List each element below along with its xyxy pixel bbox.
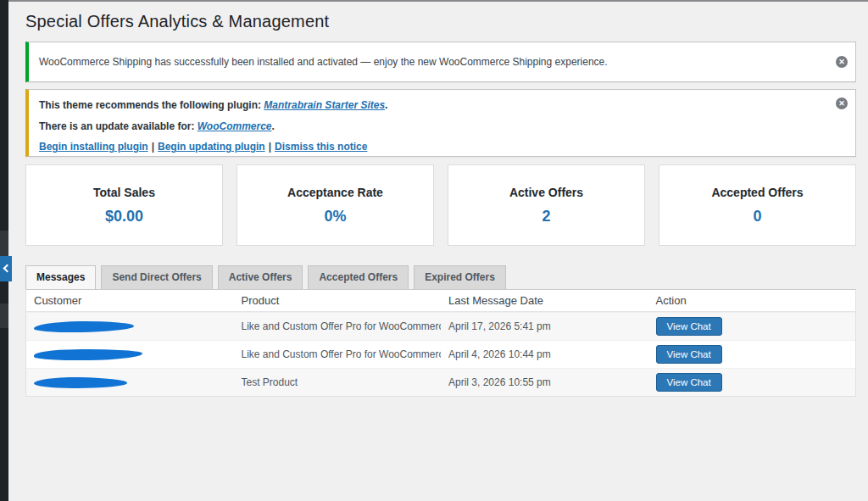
separator: | (269, 141, 271, 153)
action-cell: View Chat (648, 317, 856, 336)
begin-installing-plugin-link[interactable]: Begin installing plugin (39, 141, 148, 153)
stat-card-accepted-offers: Accepted Offers 0 (659, 164, 856, 246)
product-cell: Test Product (234, 376, 442, 388)
stats-row: Total Sales $0.00 Acceptance Rate 0% Act… (25, 164, 856, 246)
notice-line-update: There is an update available for: WooCom… (39, 119, 823, 135)
dismiss-notice-icon[interactable]: ✕ (836, 97, 848, 109)
view-chat-button[interactable]: View Chat (656, 345, 722, 364)
table-header-row: Customer Product Last Message Date Actio… (26, 290, 855, 312)
stat-card-active-offers: Active Offers 2 (448, 164, 645, 246)
collapsed-admin-menu (0, 0, 8, 501)
stat-value: 0% (324, 208, 346, 225)
column-header-last-message-date: Last Message Date (441, 294, 648, 307)
stat-value: $0.00 (105, 208, 143, 225)
admin-menu-item (0, 231, 8, 256)
last-message-date-cell: April 17, 2026 5:41 pm (441, 320, 648, 332)
admin-bar-edge (0, 0, 868, 2)
notice-line-suffix: . (272, 120, 275, 132)
sidebar-collapse-button[interactable] (0, 256, 12, 281)
view-chat-button[interactable]: View Chat (656, 317, 722, 336)
customer-cell (26, 377, 234, 388)
notice-woocommerce-shipping: WooCommerce Shipping has successfully be… (25, 42, 856, 82)
stat-value: 2 (542, 208, 550, 225)
action-cell: View Chat (648, 373, 856, 392)
stat-label: Total Sales (93, 186, 155, 199)
notice-theme-plugin: This theme recommends the following plug… (25, 89, 856, 157)
tab-send-direct-offers[interactable]: Send Direct Offers (101, 265, 212, 289)
table-row: Test Product April 3, 2026 10:55 pm View… (26, 368, 855, 396)
customer-redaction-scribble (34, 321, 134, 332)
notice-action-links: Begin installing plugin|Begin updating p… (39, 139, 823, 155)
last-message-date-cell: April 3, 2026 10:55 pm (441, 376, 648, 388)
column-header-product: Product (234, 294, 442, 307)
customer-cell (26, 321, 234, 332)
notice-text: WooCommerce Shipping has successfully be… (39, 54, 608, 70)
product-cell: Like and Custom Offer Pro for WooCommerc… (234, 320, 442, 332)
stat-value: 0 (753, 208, 761, 225)
table-row: Like and Custom Offer Pro for WooCommerc… (26, 312, 855, 340)
notice-line-prefix: There is an update available for: (39, 120, 198, 132)
customer-redaction-scribble (34, 349, 142, 360)
main-content: Special Offers Analytics & Management Wo… (25, 12, 856, 397)
page-title: Special Offers Analytics & Management (25, 12, 856, 31)
notice-line-recommend: This theme recommends the following plug… (39, 97, 823, 114)
view-chat-button[interactable]: View Chat (656, 373, 722, 392)
tab-accepted-offers[interactable]: Accepted Offers (308, 265, 409, 289)
messages-table: Customer Product Last Message Date Actio… (25, 289, 856, 397)
tab-messages[interactable]: Messages (25, 265, 96, 289)
chevron-left-icon (3, 264, 12, 273)
stat-card-acceptance-rate: Acceptance Rate 0% (236, 164, 434, 246)
table-row: Like and Custom Offer Pro for WooCommerc… (26, 340, 855, 368)
column-header-customer: Customer (26, 294, 234, 307)
product-cell: Like and Custom Offer Pro for WooCommerc… (234, 348, 442, 360)
notice-line-prefix: This theme recommends the following plug… (39, 99, 264, 111)
offers-tab-bar: Messages Send Direct Offers Active Offer… (25, 265, 856, 289)
customer-cell (26, 349, 234, 360)
dismiss-notice-icon[interactable]: ✕ (836, 56, 848, 68)
action-cell: View Chat (648, 345, 856, 364)
notice-line-suffix: . (385, 99, 387, 111)
tab-active-offers[interactable]: Active Offers (218, 265, 303, 289)
dismiss-this-notice-link[interactable]: Dismiss this notice (275, 141, 367, 153)
stat-label: Accepted Offers (711, 186, 803, 199)
woocommerce-link[interactable]: WooCommerce (198, 120, 272, 132)
begin-updating-plugin-link[interactable]: Begin updating plugin (158, 141, 265, 153)
customer-redaction-scribble (34, 377, 127, 388)
stat-label: Active Offers (509, 186, 583, 199)
separator: | (152, 141, 154, 153)
stat-label: Acceptance Rate (287, 186, 383, 199)
last-message-date-cell: April 4, 2026 10:44 pm (441, 348, 648, 360)
stat-card-total-sales: Total Sales $0.00 (25, 164, 223, 246)
tab-expired-offers[interactable]: Expired Offers (414, 265, 506, 289)
column-header-action: Action (648, 294, 856, 307)
mantrabrain-starter-sites-link[interactable]: Mantrabrain Starter Sites (264, 99, 385, 111)
admin-menu-item (0, 303, 8, 328)
